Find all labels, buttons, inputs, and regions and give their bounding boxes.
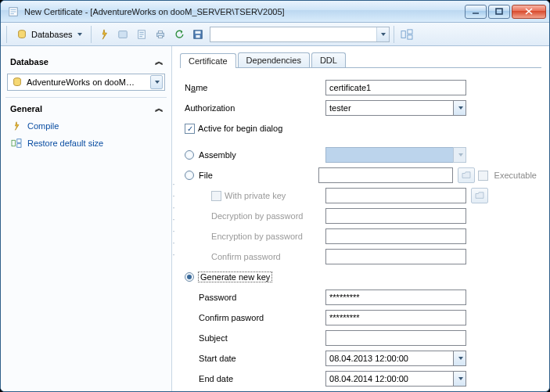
private-key-path-input: [325, 188, 466, 203]
databases-dropdown[interactable]: Databases: [11, 26, 87, 43]
close-button[interactable]: [512, 5, 546, 19]
tabs: Certificate Dependencies DDL: [180, 51, 541, 68]
svg-rect-9: [158, 31, 162, 33]
maximize-button[interactable]: [488, 5, 510, 19]
window-title: New Certificate - [AdventureWorks on doo…: [24, 7, 465, 16]
encryption-label: Encryption by password: [185, 232, 325, 241]
with-private-key-label: With private key: [225, 191, 286, 200]
restore-label: Restore default size: [27, 138, 103, 148]
generate-radio[interactable]: [185, 272, 194, 282]
start-date-label: Start date: [185, 354, 325, 363]
decryption-label: Decryption by password: [185, 211, 325, 221]
toolbar: Databases: [1, 23, 549, 46]
end-date-picker[interactable]: [325, 371, 466, 387]
svg-rect-2: [496, 9, 502, 14]
collapse-icon: ︽: [155, 56, 162, 67]
databases-label: Databases: [31, 30, 73, 39]
database-icon: [11, 76, 23, 88]
generate-radio-row[interactable]: Generate new key: [185, 272, 325, 282]
with-private-key-row: With private key: [185, 191, 325, 201]
divider: [5, 97, 167, 98]
file-path-input: [318, 167, 453, 183]
titlebar[interactable]: New Certificate - [AdventureWorks on doo…: [1, 1, 549, 23]
compile-link[interactable]: Compile: [5, 117, 167, 135]
authorization-select[interactable]: [325, 100, 466, 116]
certificate-form: Name Authorization ✓ Active for begin di…: [180, 68, 541, 391]
svg-rect-19: [17, 139, 21, 143]
database-selector[interactable]: AdventureWorks on dooM…: [7, 74, 165, 91]
tab-certificate[interactable]: Certificate: [180, 53, 236, 68]
collapse-icon: ︽: [155, 102, 162, 114]
confirm-password1-input: [325, 249, 466, 264]
browse-file-button: [458, 167, 475, 183]
chevron-down-icon: [453, 351, 466, 366]
file-radio-row[interactable]: File: [185, 171, 318, 180]
group-general-label: General: [10, 104, 42, 113]
compile-button[interactable]: [95, 26, 113, 43]
end-date-value[interactable]: [325, 371, 466, 387]
authorization-value[interactable]: [325, 100, 466, 116]
chevron-down-icon: [77, 33, 82, 36]
file-label: File: [199, 171, 213, 180]
save-button[interactable]: [189, 26, 207, 43]
confirm-password1-label: Confirm password: [185, 252, 325, 261]
authorization-label: Authorization: [185, 103, 325, 113]
refresh-button[interactable]: [171, 26, 188, 43]
compile-label: Compile: [27, 121, 59, 131]
active-checkbox[interactable]: ✓: [185, 124, 195, 134]
svg-rect-13: [196, 34, 200, 38]
toolbar-button-2[interactable]: [114, 26, 131, 43]
encryption-input: [325, 228, 466, 244]
lightning-icon: [10, 120, 23, 132]
start-date-picker[interactable]: [325, 351, 466, 366]
restore-icon: [10, 137, 23, 149]
end-date-label: End date: [185, 374, 325, 383]
sidebar: Database ︽ AdventureWorks on dooM… Gener…: [1, 46, 172, 391]
file-radio[interactable]: [185, 171, 194, 180]
password-label: Password: [185, 293, 325, 302]
generate-label: Generate new key: [199, 272, 271, 282]
with-private-key-checkbox: [211, 191, 221, 201]
toolbar-combo[interactable]: [210, 27, 390, 42]
separator: [394, 26, 394, 43]
subject-input[interactable]: [325, 330, 466, 346]
print-button[interactable]: [152, 26, 169, 43]
svg-rect-20: [17, 144, 21, 148]
chevron-down-icon: [453, 147, 466, 163]
chevron-down-icon: [381, 33, 386, 36]
toolbar-button-3[interactable]: [133, 26, 150, 43]
group-general[interactable]: General ︽: [5, 99, 167, 117]
password-input[interactable]: [325, 290, 466, 305]
group-database[interactable]: Database ︽: [5, 52, 167, 70]
name-input[interactable]: [325, 80, 466, 95]
svg-rect-10: [158, 35, 162, 38]
svg-rect-12: [195, 31, 200, 34]
confirm-password2-input[interactable]: [325, 310, 466, 325]
browse-key-button: [471, 188, 488, 203]
restore-size-button[interactable]: [398, 26, 415, 43]
assembly-radio[interactable]: [185, 150, 194, 160]
subject-label: Subject: [185, 333, 325, 343]
confirm-password2-label: Confirm pasword: [185, 313, 325, 322]
chevron-down-icon: [453, 371, 466, 387]
start-date-value[interactable]: [325, 351, 466, 366]
svg-rect-16: [407, 34, 412, 38]
tab-ddl[interactable]: DDL: [311, 52, 346, 67]
tab-dependencies[interactable]: Dependencies: [238, 52, 310, 67]
main-panel: Certificate Dependencies DDL Name Author…: [175, 46, 549, 391]
executable-checkbox: [478, 171, 488, 181]
separator: [6, 26, 7, 43]
active-checkbox-row[interactable]: ✓ Active for begin dialog: [185, 124, 282, 134]
minimize-button[interactable]: [465, 5, 487, 19]
assembly-label: Assembly: [199, 150, 236, 160]
executable-label: Executable: [494, 171, 537, 180]
database-icon: [16, 28, 28, 41]
restore-size-link[interactable]: Restore default size: [5, 135, 167, 152]
group-database-label: Database: [10, 57, 49, 67]
svg-rect-15: [407, 29, 412, 33]
assembly-radio-row[interactable]: Assembly: [185, 150, 325, 160]
decryption-input: [325, 208, 466, 224]
app-icon: [7, 5, 20, 18]
assembly-select: [325, 147, 466, 163]
tab-dependencies-label: Dependencies: [246, 56, 301, 65]
